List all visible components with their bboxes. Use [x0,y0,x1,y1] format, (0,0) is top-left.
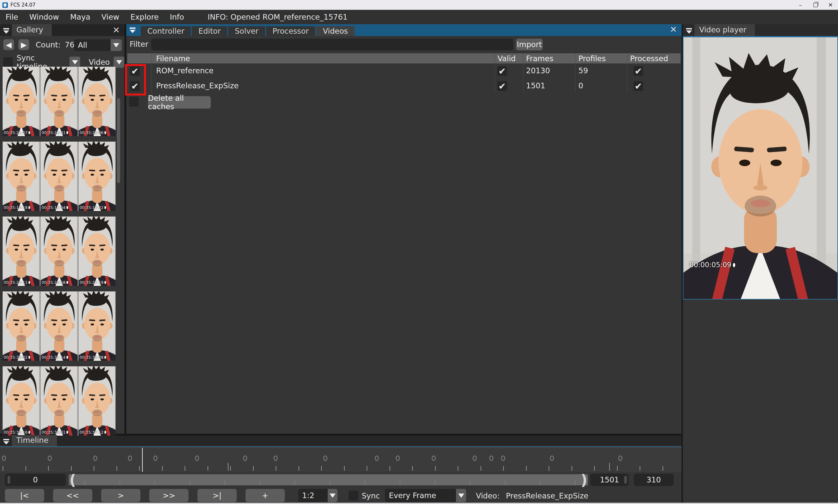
spin-handle[interactable] [7,476,10,484]
menu-window[interactable]: Window [24,13,65,21]
gallery-filter-combo[interactable]: All [74,39,122,51]
gallery-thumbnail[interactable]: 00:35:27:19 [78,217,116,286]
delete-caches-checkbox[interactable] [129,97,139,107]
gallery-scrollbar[interactable] [117,98,120,183]
menu-file[interactable]: File [0,13,24,21]
timeline-marker[interactable] [243,455,247,461]
sync-checkbox[interactable] [349,491,359,500]
zoom-dropdown[interactable] [328,489,337,502]
timeline-marker[interactable] [501,455,505,461]
column-frames[interactable]: Frames [526,54,554,63]
playhead[interactable] [142,448,143,472]
table-row[interactable]: ROM_reference2013059 [127,64,681,78]
tab-solver[interactable]: Solver [228,26,265,36]
gallery-thumbnail[interactable]: 00:35:31:14 [40,291,77,361]
range-start-box[interactable]: 0 [5,473,66,486]
timeline-marker[interactable] [550,455,554,461]
timeline-marker[interactable] [473,455,477,461]
menu-info[interactable]: Info [164,13,190,21]
center-close-icon[interactable]: ✕ [670,25,677,34]
sync-mode-combo[interactable]: Every Frame [385,489,466,502]
gallery-thumbnail[interactable]: 00:35:10:18 [3,142,40,211]
sync-timeline-checkbox[interactable] [3,57,13,67]
gallery-item[interactable]: 00:35:34:1600:35:36:0100:35:37:12 [3,366,116,436]
current-frame-box[interactable]: 310 [634,473,674,486]
gallery-close-icon[interactable]: ✕ [112,26,120,34]
menu-view[interactable]: View [96,13,125,21]
timeline-range-slider[interactable]: ( ) [69,474,588,485]
gallery-item[interactable]: 00:35:30:0200:35:31:1400:35:32:08 [3,291,116,361]
close-button[interactable]: ✕ [823,0,838,10]
range-left-handle[interactable]: ( [69,472,76,488]
gallery-thumbnail[interactable]: 00:35:30:02 [3,291,40,361]
range-end-box[interactable]: 1501 [590,473,629,486]
step-forward-button[interactable]: >> [149,489,189,502]
filter-input[interactable] [151,39,513,50]
gallery-thumbnail[interactable]: 00:35:24:11 [3,217,40,286]
timeline-marker[interactable] [93,455,97,461]
menu-maya[interactable]: Maya [65,13,96,21]
tab-videos[interactable]: Videos [316,26,354,36]
gallery-thumbnail[interactable]: 00:35:24:58 [40,217,77,286]
timeline-marker[interactable] [195,455,199,461]
timeline-tab[interactable]: Timeline [12,435,57,446]
timeline-marker[interactable] [375,455,379,461]
timeline-marker[interactable] [396,455,400,461]
timeline-marker[interactable] [489,455,493,461]
gallery-thumbnail[interactable]: 00:35:12:04 [40,142,77,211]
import-button[interactable]: Import [516,39,543,50]
gallery-video-dropdown[interactable] [114,57,124,68]
gallery-thumbnail[interactable]: 00:35:34:16 [3,366,40,436]
gallery-filter-dropdown[interactable] [111,39,122,51]
timeline-marker[interactable] [432,455,436,461]
sync-timeline-dropdown[interactable] [69,57,80,68]
spin-handle[interactable] [624,476,627,484]
timeline-marker[interactable] [618,455,622,461]
column-profiles[interactable]: Profiles [578,54,606,63]
go-end-button[interactable]: >| [197,489,237,502]
restore-button[interactable] [808,0,823,10]
timeline-marker[interactable] [154,455,157,461]
add-button[interactable]: + [245,489,285,502]
gallery-thumbnail[interactable]: 00:35:23:06 [78,67,116,136]
gallery-thumbnail[interactable]: 00:35:32:08 [78,291,116,361]
timeline-ruler[interactable] [0,447,682,472]
tab-processor[interactable]: Processor [266,26,316,36]
column-processed[interactable]: Processed [630,54,668,63]
menu-explore[interactable]: Explore [125,13,164,21]
step-back-button[interactable]: << [53,489,92,502]
collapse-icon[interactable] [3,28,10,34]
zoom-combo[interactable]: 1:2 [298,489,337,502]
cell-processed-checkbox[interactable] [633,66,643,76]
gallery-prev-button[interactable]: ◀ [3,39,14,50]
gallery-item[interactable]: 00:35:21:0700:35:22:4100:35:23:06 [3,67,116,136]
delete-all-caches-button[interactable]: Delete all caches [148,96,211,109]
cell-processed-checkbox[interactable] [633,81,643,91]
timeline-marker[interactable] [324,455,327,461]
collapse-icon[interactable] [685,28,693,34]
sync-mode-dropdown[interactable] [456,489,466,502]
timeline-marker[interactable] [128,455,132,461]
gallery-item[interactable]: 00:35:10:1800:35:12:0400:35:13:22 [3,142,116,211]
gallery-tab[interactable]: Gallery [12,24,52,36]
gallery-next-button[interactable]: ▶ [18,39,29,50]
collapse-icon[interactable] [129,27,136,33]
cell-valid-checkbox[interactable] [497,81,507,91]
collapse-icon[interactable] [3,438,10,445]
table-row[interactable]: PressRelease_ExpSize15010 [127,78,681,93]
gallery-item[interactable]: 00:35:24:1100:35:24:5800:35:27:19 [3,217,116,286]
timeline-marker[interactable] [2,455,6,461]
tab-editor[interactable]: Editor [192,26,227,36]
video-player-tab[interactable]: Video player [695,24,755,36]
column-filename[interactable]: Filename [156,54,190,63]
timeline-marker[interactable] [48,455,52,461]
gallery-thumbnail[interactable]: 00:35:37:12 [78,366,116,436]
gallery-thumbnail[interactable]: 00:35:13:22 [78,142,116,211]
gallery-thumbnail[interactable]: 00:35:22:41 [40,67,77,136]
video-viewport[interactable]: 00:00:05:09 [683,37,838,300]
play-button[interactable]: > [101,489,140,502]
cell-valid-checkbox[interactable] [497,66,507,76]
gallery-thumbnail[interactable]: 00:35:21:07 [3,67,40,136]
minimize-button[interactable]: – [793,0,808,10]
gallery-thumbnail[interactable]: 00:35:36:01 [40,366,77,436]
